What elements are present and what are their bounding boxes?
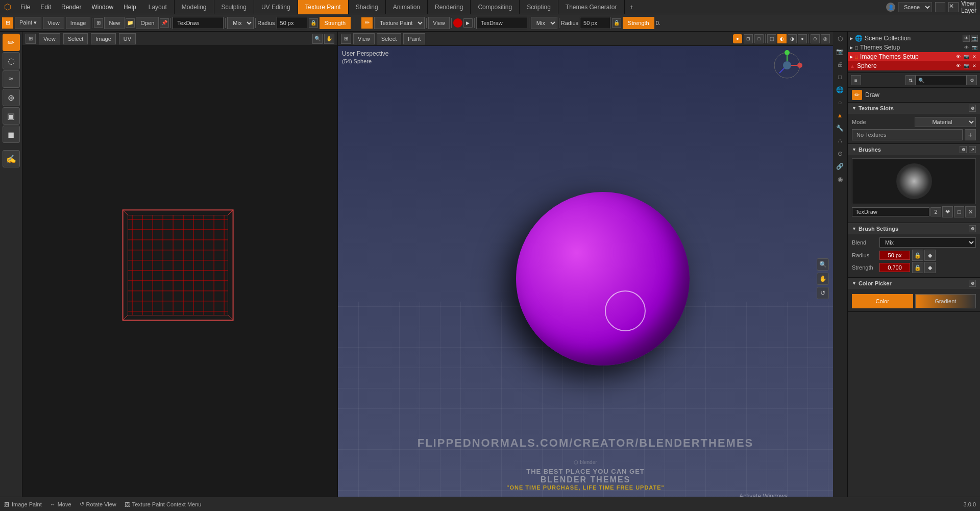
image-x-icon[interactable]: ✕ [971,53,978,60]
brush-name-input-right[interactable] [476,17,527,29]
image-themes-row[interactable]: ▸ □ Image Themes Setup 👁 📷 ✕ [848,52,980,61]
menu-window[interactable]: Window [86,0,118,14]
wire-mode-icon[interactable]: ⬚ [767,34,776,43]
themes-render-icon[interactable]: 📷 [971,44,978,51]
menu-help[interactable]: Help [118,0,141,14]
color-indicator-red[interactable] [453,18,462,28]
brush-save-icon[interactable]: ❤ [942,206,953,217]
scene-selector[interactable]: Scene [898,2,932,12]
tab-layout[interactable]: Layout [141,0,175,14]
strength-lock-icon[interactable]: 🔒 [912,262,923,273]
3d-viewport-shading[interactable]: ● [733,34,742,43]
brush-file-icon[interactable]: □ [954,206,964,217]
color-picker-title[interactable]: ▼ Color Picker ⚙ [848,278,980,289]
brush-name-input-left[interactable] [173,17,224,29]
bs-options[interactable]: ⚙ [969,225,976,232]
render-icon-sc[interactable]: 📷 [971,35,978,42]
uv-pan-icon[interactable]: ✋ [324,34,334,44]
folder-icon[interactable]: 📁 [126,18,135,28]
blend-mode-right[interactable]: Mix [531,17,557,29]
soften-tool[interactable]: ◌ [3,52,20,69]
look-dev-icon[interactable]: ◑ [788,34,797,43]
object-prop-icon[interactable]: ▲ [834,109,846,121]
strength-btn-left[interactable]: Strength [320,17,351,29]
radius-input-right[interactable] [580,17,610,29]
3d-overlay-icon[interactable]: ⊡ [744,34,753,43]
constraints-icon[interactable]: 🔗 [834,160,846,173]
color-tools-icon[interactable]: ▶ [463,18,473,28]
uv-select-btn[interactable]: Select [63,33,88,44]
tool-ctrl-icon[interactable]: ⊞ [94,18,103,28]
lock-radius-icon-right[interactable]: 🔒 [612,18,621,28]
view-layer-prop-icon[interactable]: □ [834,71,846,83]
uv-uv-btn[interactable]: UV [119,33,136,44]
image-menu-btn[interactable]: Image [66,17,91,29]
image-hide-icon[interactable]: 👁 [954,53,962,60]
clone-tool[interactable]: ⊕ [3,89,20,106]
tab-texture-paint[interactable]: Texture Paint [298,0,349,14]
navigation-gizmo[interactable] [772,50,802,81]
output-prop-icon[interactable]: 🖨 [834,58,846,70]
scene-prop-icon[interactable]: ⬡ [834,33,846,45]
particles-icon[interactable]: ∴ [834,135,846,147]
pin-icon[interactable]: 📌 [160,18,169,28]
props-sort-icon[interactable]: ⇅ [905,75,916,85]
nav-zoom-icon[interactable]: 🔍 [817,258,829,271]
brushes-title[interactable]: ▼ Brushes ⚙ ↗ [848,144,980,155]
3d-select-btn[interactable]: Select [377,33,402,44]
smear-tool[interactable]: ≈ [3,70,20,88]
brushes-options[interactable]: ⚙ [960,146,967,153]
brush-delete-icon[interactable]: ✕ [965,206,976,217]
tab-uv-editing[interactable]: UV Editing [254,0,298,14]
bottom-context-menu[interactable]: 🖼 Texture Paint Context Menu [125,501,202,507]
hide-icon[interactable]: 👁 [963,35,970,42]
brushes-expand[interactable]: ↗ [969,146,976,153]
props-options-icon[interactable]: ⚙ [967,75,977,85]
scene-close-icon[interactable]: ✕ [948,2,959,12]
new-btn[interactable]: New [104,17,125,29]
themes-hide-icon[interactable]: 👁 [963,44,970,51]
uv-tool-icon[interactable]: ⊞ [2,17,13,29]
radius-val[interactable]: 50 px [879,251,910,260]
add-texture-btn[interactable]: + [965,129,976,140]
tab-sculpting[interactable]: Sculpting [214,0,254,14]
3d-tool-icon[interactable]: ✏ [361,17,373,29]
fill-tool[interactable]: ▣ [3,107,20,125]
scene-pin-icon[interactable] [935,2,945,12]
view-menu-btn[interactable]: View [43,17,64,29]
tab-compositing[interactable]: Compositing [471,0,520,14]
menu-edit[interactable]: Edit [35,0,56,14]
open-btn[interactable]: Open [136,17,159,29]
tab-modeling[interactable]: Modeling [175,0,214,14]
no-textures-btn[interactable]: No Textures [852,129,963,140]
sphere-row[interactable]: ▲ Sphere 👁 📷 ✕ [848,61,980,70]
props-search[interactable]: 🔍 [916,75,967,85]
texture-slots-options[interactable]: ⚙ [969,105,976,112]
3d-view-btn[interactable]: View [353,33,375,44]
paint-menu-btn[interactable]: Paint ▾ [15,17,41,29]
uv-image-btn[interactable]: Image [91,33,116,44]
data-prop-icon[interactable]: ◉ [834,173,846,185]
mask-tool[interactable]: ◼ [3,126,20,143]
world-icon[interactable]: ○ [834,96,846,109]
tab-rendering[interactable]: Rendering [428,0,471,14]
viewport-type-sel[interactable]: Texture Paint [374,17,425,29]
uv-editor-type-icon[interactable]: ⊞ [26,34,36,44]
brush-name-field[interactable] [852,207,929,216]
bottom-move[interactable]: ↔ Move [50,501,71,507]
add-workspace-btn[interactable]: + [625,0,639,14]
sphere-render-icon[interactable]: 📷 [963,62,970,69]
lock-radius-icon[interactable]: 🔒 [309,18,318,28]
props-filter-icon[interactable]: ≡ [851,75,861,85]
menu-render[interactable]: Render [56,0,86,14]
blend-selector[interactable]: Mix [879,237,976,248]
uv-search-icon[interactable]: 🔍 [312,34,323,44]
strength-keyframe-icon[interactable]: ◆ [924,262,936,273]
nav-rotate-icon[interactable]: ↺ [817,287,829,299]
radius-keyframe-icon[interactable]: ◆ [924,250,936,261]
strength-val[interactable]: 0.700 [879,263,910,272]
3d-xray-icon[interactable]: □ [754,34,764,43]
annotate-tool[interactable]: ✍ [3,150,20,167]
renderprop-icon[interactable]: 📷 [834,45,846,58]
brush-settings-title[interactable]: ▼ Brush Settings ⚙ [848,223,980,234]
